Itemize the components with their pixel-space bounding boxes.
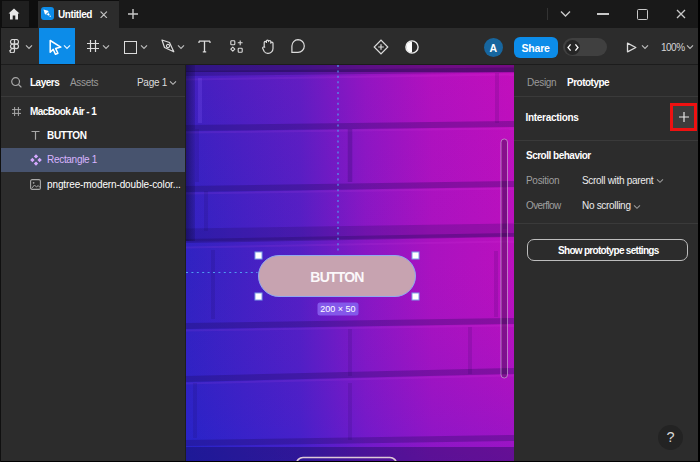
svg-text:BUTTON: BUTTON <box>310 269 364 285</box>
svg-text:200 × 50: 200 × 50 <box>320 304 355 314</box>
